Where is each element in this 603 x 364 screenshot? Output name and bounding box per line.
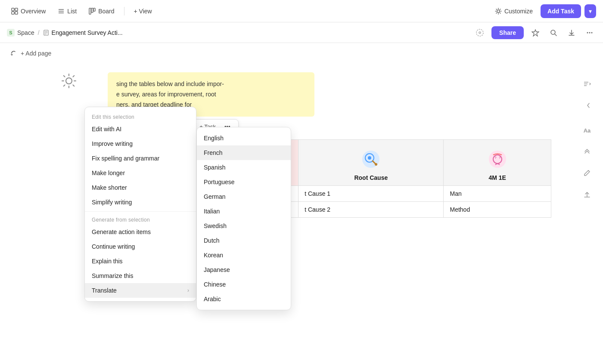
svg-rect-1	[15, 8, 18, 11]
star-icon	[532, 29, 539, 37]
svg-point-21	[587, 32, 588, 33]
breadcrumb-bar: S Space / Engagement Survey Acti... Shar…	[0, 22, 603, 43]
lang-french[interactable]: French	[197, 145, 291, 160]
method-text: Method	[450, 206, 470, 213]
more-icon	[586, 29, 594, 37]
text-size-icon: Aa	[584, 127, 591, 134]
nav-separator	[124, 7, 124, 15]
root-cause-header-label: Root Cause	[354, 174, 388, 181]
customize-label: Customize	[504, 8, 533, 15]
share-button[interactable]: Share	[491, 26, 524, 39]
list-icon	[58, 8, 65, 15]
pencil-icon-button[interactable]	[581, 167, 594, 179]
tag-icon	[476, 29, 484, 37]
more-icon-button[interactable]	[583, 26, 596, 39]
expand-icon	[583, 148, 591, 155]
translate-item[interactable]: Translate ›	[85, 283, 196, 298]
table-cell-method: Method	[444, 202, 551, 218]
summarize-this-item[interactable]: Summarize this	[85, 268, 196, 283]
edit-with-ai-item[interactable]: Edit with AI	[85, 122, 196, 136]
collapse-icon	[583, 102, 591, 109]
german-label: German	[204, 193, 226, 200]
table-cell-cause-1: t Cause 1	[298, 186, 444, 202]
context-menu: Edit this selection Edit with AI Improve…	[84, 107, 196, 302]
lang-arabic[interactable]: Arabic	[197, 292, 291, 306]
nav-list[interactable]: List	[53, 5, 81, 17]
lang-spanish[interactable]: Spanish	[197, 160, 291, 175]
lang-italian[interactable]: Italian	[197, 204, 291, 219]
add-page-bar: + Add page	[0, 43, 603, 64]
4m1e-icon: ? ?	[487, 148, 508, 170]
lang-swedish[interactable]: Swedish	[197, 219, 291, 233]
list-label: List	[67, 8, 77, 15]
upload-icon	[583, 191, 591, 198]
text-size-icon-button[interactable]: Aa	[581, 125, 594, 136]
fix-spelling-item[interactable]: Fix spelling and grammar	[85, 151, 196, 166]
section2-label: Generate from selection	[85, 213, 196, 225]
add-page-button[interactable]: + Add page	[10, 50, 51, 57]
lang-german[interactable]: German	[197, 189, 291, 204]
breadcrumb-space[interactable]: S Space	[7, 29, 34, 37]
svg-point-15	[476, 29, 483, 36]
translate-chevron-icon: ›	[187, 287, 189, 293]
svg-text:?: ?	[499, 156, 501, 160]
space-avatar: S	[7, 29, 15, 37]
svg-rect-9	[93, 8, 95, 11]
dutch-label: Dutch	[204, 237, 220, 244]
list-collapse-icon-button[interactable]	[581, 77, 594, 90]
nav-board[interactable]: Board	[84, 5, 118, 17]
top-nav: Overview List Board + View Customize Add…	[0, 0, 603, 22]
star-icon-button[interactable]	[529, 26, 542, 39]
language-submenu: English French Spanish Portuguese German…	[196, 127, 291, 310]
generate-action-items-item[interactable]: Generate action items	[85, 225, 196, 239]
svg-point-23	[591, 32, 593, 33]
svg-rect-2	[12, 12, 14, 14]
make-shorter-item[interactable]: Make shorter	[85, 180, 196, 195]
dropdown-chevron-icon: ▾	[589, 8, 592, 15]
swedish-label: Swedish	[204, 222, 227, 229]
svg-rect-7	[89, 8, 91, 14]
overview-label: Overview	[21, 8, 46, 15]
summarize-this-label: Summarize this	[92, 272, 133, 279]
generate-action-items-label: Generate action items	[92, 228, 151, 235]
search-icon-button[interactable]	[547, 26, 560, 39]
lang-english[interactable]: English	[197, 131, 291, 145]
add-page-icon	[10, 50, 17, 57]
fix-spelling-label: Fix spelling and grammar	[92, 155, 159, 162]
arabic-label: Arabic	[204, 296, 221, 302]
customize-button[interactable]: Customize	[491, 5, 537, 17]
lang-chinese[interactable]: Chinese	[197, 277, 291, 292]
collapse-icon-button[interactable]	[581, 99, 594, 112]
nav-overview[interactable]: Overview	[7, 5, 50, 17]
view-label: + View	[134, 8, 152, 15]
lang-dutch[interactable]: Dutch	[197, 233, 291, 248]
root-cause-icon	[360, 148, 382, 170]
download-icon-button[interactable]	[565, 26, 578, 39]
expand-icon-button[interactable]	[581, 145, 594, 158]
italian-label: Italian	[204, 208, 220, 215]
make-longer-item[interactable]: Make longer	[85, 166, 196, 180]
lang-korean[interactable]: Korean	[197, 248, 291, 262]
list-collapse-icon	[583, 80, 591, 88]
continue-writing-item[interactable]: Continue writing	[85, 239, 196, 254]
tag-icon-button[interactable]	[473, 26, 486, 39]
board-label: Board	[98, 8, 114, 15]
svg-point-36	[368, 156, 371, 160]
add-task-dropdown-button[interactable]: ▾	[584, 4, 596, 18]
add-task-button[interactable]: Add Task	[541, 4, 581, 18]
upload-icon-button[interactable]	[581, 188, 594, 201]
add-page-label: + Add page	[21, 50, 51, 57]
explain-this-item[interactable]: Explain this	[85, 254, 196, 268]
nav-view[interactable]: + View	[130, 5, 156, 17]
overview-icon	[11, 8, 18, 15]
simplify-writing-item[interactable]: Simplify writing	[85, 195, 196, 210]
svg-point-28	[66, 78, 72, 84]
improve-writing-item[interactable]: Improve writing	[85, 136, 196, 151]
lang-portuguese[interactable]: Portuguese	[197, 175, 291, 189]
lang-japanese[interactable]: Japanese	[197, 262, 291, 277]
breadcrumb-doc[interactable]: Engagement Survey Acti...	[43, 29, 123, 36]
svg-text:?: ?	[494, 156, 497, 160]
make-shorter-label: Make shorter	[92, 184, 127, 191]
nav-right: Customize Add Task ▾	[491, 4, 596, 18]
breadcrumb-separator: /	[38, 29, 40, 36]
